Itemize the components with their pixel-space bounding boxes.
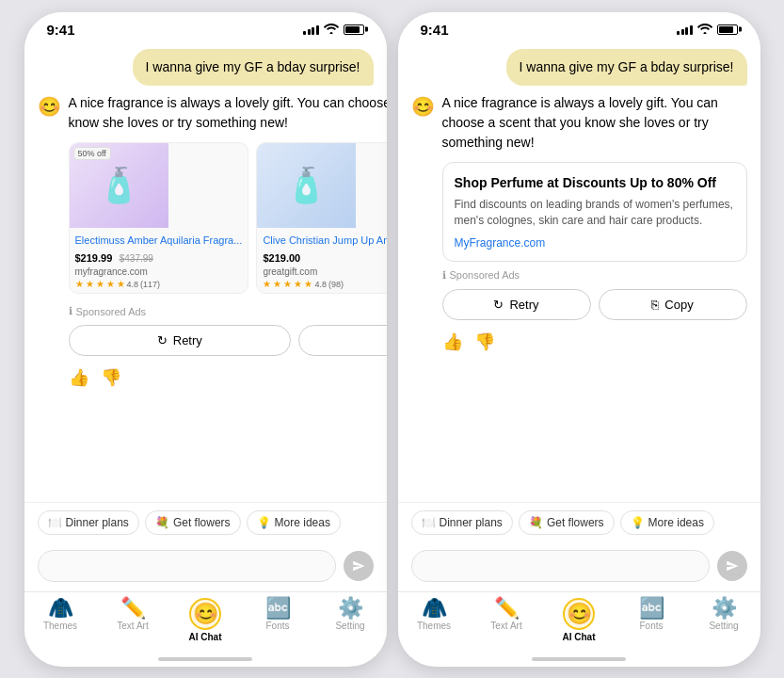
product-price-0: $219.99	[75, 252, 113, 264]
signal-icon-left	[303, 24, 319, 35]
feedback-row-left: 👍 👎	[69, 363, 387, 392]
retry-button-right[interactable]: ↻ Retry	[442, 289, 591, 320]
phone-left: 9:41	[24, 12, 387, 667]
chat-area-right: I wanna give my GF a bday surprise! 😊 A …	[398, 41, 760, 502]
nav-themes-right[interactable]: 🧥 Themes	[408, 598, 460, 642]
product-site-0: myfragrance.com	[75, 266, 243, 277]
themes-label-left: Themes	[43, 621, 77, 631]
action-buttons-right: ↻ Retry ⎘ Copy	[442, 289, 747, 320]
product-stars-0: ★★★★★ 4.8 (117)	[75, 279, 243, 289]
ai-response-right: 😊 A nice fragrance is always a lovely gi…	[411, 93, 747, 356]
fonts-icon-right: 🔤	[639, 598, 664, 619]
ad-card-title-right: Shop Perfume at Discounts Up to 80% Off	[455, 174, 735, 191]
bottom-nav-right: 🧥 Themes ✏️ Text Art 😊 AI Chat 🔤 Fonts ⚙…	[398, 591, 760, 654]
ad-card-right[interactable]: Shop Perfume at Discounts Up to 80% Off …	[442, 162, 747, 262]
textart-icon-right: ✏️	[494, 598, 520, 619]
status-time-left: 9:41	[47, 22, 75, 38]
ad-card-desc-right: Find discounts on leading brands of wome…	[455, 197, 735, 229]
ai-text-left: A nice fragrance is always a lovely gift…	[69, 93, 387, 133]
fonts-label-left: Fonts	[265, 621, 289, 631]
input-area-left	[24, 542, 387, 591]
status-icons-right	[677, 23, 738, 37]
product-name-1[interactable]: Clive Christian Jump Up And ...	[263, 234, 386, 247]
suggestion-chip-2-left[interactable]: 💡 More ideas	[247, 510, 341, 535]
textart-label-left: Text Art	[117, 621, 148, 631]
status-icons-left	[303, 23, 364, 37]
nav-fonts-left[interactable]: 🔤 Fonts	[252, 598, 304, 642]
chat-input-right[interactable]	[411, 550, 710, 582]
wifi-icon-left	[324, 23, 339, 37]
status-bar-right: 9:41	[398, 12, 760, 41]
ai-response-left: 😊 A nice fragrance is always a lovely gi…	[38, 93, 374, 392]
product-carousel-left[interactable]: 50% off 🧴 Electimuss Amber Aquilaria Fra…	[69, 142, 387, 298]
aichat-ring-left: 😊	[189, 598, 221, 630]
themes-icon-left: 🧥	[48, 598, 73, 619]
bottom-nav-left: 🧥 Themes ✏️ Text Art 😊 AI Chat 🔤 Fonts ⚙…	[24, 591, 387, 654]
nav-fonts-right[interactable]: 🔤 Fonts	[626, 598, 678, 642]
nav-aichat-left[interactable]: 😊 AI Chat	[180, 598, 232, 642]
thumbdown-icon-left[interactable]: 👎	[101, 367, 121, 388]
copy-button-right[interactable]: ⎘ Copy	[599, 289, 747, 320]
chat-area-left: I wanna give my GF a bday surprise! 😊 A …	[24, 41, 387, 502]
battery-icon-left	[344, 24, 364, 35]
chat-input-left[interactable]	[38, 550, 336, 582]
phone-right: 9:41	[398, 12, 760, 667]
product-card-0[interactable]: 50% off 🧴 Electimuss Amber Aquilaria Fra…	[69, 142, 249, 294]
ai-text-right: A nice fragrance is always a lovely gift…	[442, 93, 747, 153]
action-buttons-left: ↻ Retry ⎘ Copy	[69, 325, 387, 356]
send-button-right[interactable]	[717, 551, 747, 581]
fonts-label-right: Fonts	[639, 621, 663, 631]
ai-avatar-right: 😊	[411, 95, 435, 118]
nav-aichat-right[interactable]: 😊 AI Chat	[553, 598, 605, 642]
product-price-1: $219.00	[263, 252, 300, 264]
aichat-icon-left: 😊	[193, 604, 218, 624]
copy-icon-right: ⎘	[651, 298, 659, 312]
home-indicator-left	[158, 657, 252, 661]
setting-label-left: Setting	[335, 621, 364, 631]
nav-textart-left[interactable]: ✏️ Text Art	[107, 598, 159, 642]
thumbup-icon-right[interactable]: 👍	[442, 331, 463, 352]
themes-icon-right: 🧥	[422, 598, 447, 619]
suggestion-chip-2-right[interactable]: 💡 More ideas	[620, 510, 714, 535]
ad-card-link-right[interactable]: MyFragrance.com	[455, 236, 735, 250]
nav-themes-left[interactable]: 🧥 Themes	[35, 598, 87, 642]
retry-icon-left: ↻	[157, 333, 168, 347]
sponsored-label-right: ℹ Sponsored Ads	[442, 269, 747, 282]
product-name-0[interactable]: Electimuss Amber Aquilaria Fragra...	[75, 234, 243, 247]
status-time-right: 9:41	[421, 22, 449, 38]
suggestion-chip-0-right[interactable]: 🍽️ Dinner plans	[411, 510, 513, 535]
thumbup-icon-left[interactable]: 👍	[69, 367, 89, 388]
fonts-icon-left: 🔤	[265, 598, 291, 619]
signal-icon-right	[677, 24, 693, 35]
battery-icon-right	[717, 24, 738, 35]
thumbdown-icon-right[interactable]: 👎	[474, 331, 495, 352]
ai-content-left: A nice fragrance is always a lovely gift…	[69, 93, 387, 392]
suggestion-chip-0-left[interactable]: 🍽️ Dinner plans	[38, 510, 139, 535]
product-card-1[interactable]: 🧴 Clive Christian Jump Up And ... $219.0…	[256, 142, 386, 294]
aichat-ring-right: 😊	[563, 598, 595, 630]
setting-label-right: Setting	[709, 621, 738, 631]
ai-content-right: A nice fragrance is always a lovely gift…	[442, 93, 747, 356]
status-bar-left: 9:41	[24, 12, 387, 41]
retry-button-left[interactable]: ↻ Retry	[69, 325, 292, 356]
aichat-label-right: AI Chat	[563, 632, 596, 642]
sponsored-label-left: ℹ Sponsored Ads	[69, 305, 387, 317]
send-button-left[interactable]	[344, 551, 374, 581]
suggestion-chip-1-right[interactable]: 💐 Get flowers	[519, 510, 615, 535]
setting-icon-right: ⚙️	[712, 598, 737, 619]
nav-setting-left[interactable]: ⚙️ Setting	[325, 598, 376, 642]
textart-icon-left: ✏️	[120, 598, 146, 619]
suggestion-chip-1-left[interactable]: 💐 Get flowers	[145, 510, 241, 535]
product-stars-1: ★★★★★ 4.8 (98)	[263, 279, 386, 289]
product-original-0: $437.99	[120, 253, 153, 264]
user-message-left: I wanna give my GF a bday surprise!	[133, 49, 374, 87]
user-message-right: I wanna give my GF a bday surprise!	[506, 49, 747, 87]
wifi-icon-right	[697, 23, 712, 37]
copy-button-left[interactable]: ⎘ Copy	[298, 325, 386, 356]
product-image-0: 50% off 🧴	[70, 143, 168, 228]
nav-textart-right[interactable]: ✏️ Text Art	[481, 598, 533, 642]
input-area-right	[398, 542, 760, 591]
feedback-row-right: 👍 👎	[442, 328, 747, 356]
nav-setting-right[interactable]: ⚙️ Setting	[698, 598, 750, 642]
aichat-icon-right: 😊	[567, 604, 592, 624]
